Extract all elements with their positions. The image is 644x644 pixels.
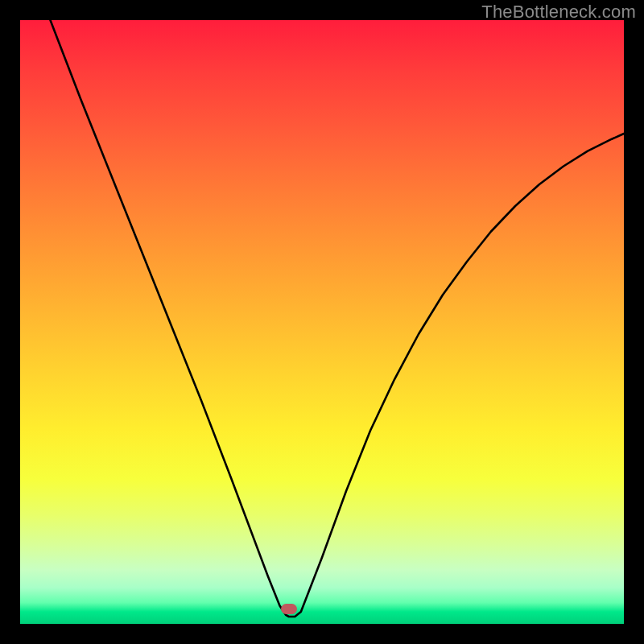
bottleneck-curve xyxy=(20,20,624,624)
watermark-text: TheBottleneck.com xyxy=(481,2,636,23)
optimum-marker xyxy=(281,604,297,614)
chart-frame: TheBottleneck.com xyxy=(0,0,644,644)
plot-area xyxy=(20,20,624,624)
